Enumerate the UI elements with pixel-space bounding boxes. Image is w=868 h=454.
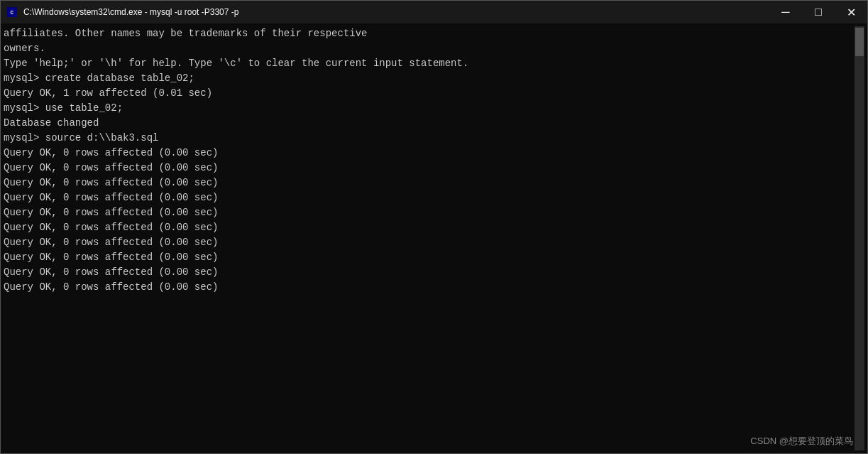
close-button[interactable]: ✕ xyxy=(835,1,867,23)
terminal-content: affiliates. Other names may be trademark… xyxy=(4,26,855,450)
cmd-window: C C:\Windows\system32\cmd.exe - mysql -u… xyxy=(0,0,868,454)
terminal-line: Query OK, 0 rows affected (0.00 sec) xyxy=(4,280,855,295)
scrollbar[interactable] xyxy=(855,26,864,450)
cmd-icon: C xyxy=(7,7,17,17)
terminal-line: Query OK, 0 rows affected (0.00 sec) xyxy=(4,205,855,220)
terminal-line: Query OK, 1 row affected (0.01 sec) xyxy=(4,86,855,101)
title-bar-icon: C xyxy=(6,6,18,18)
title-bar-controls: ─ □ ✕ xyxy=(769,1,867,23)
maximize-button[interactable]: □ xyxy=(802,1,835,23)
terminal-line: Query OK, 0 rows affected (0.00 sec) xyxy=(4,250,855,265)
watermark: CSDN @想要登顶的菜鸟 xyxy=(750,435,853,448)
terminal-line: Database changed xyxy=(4,116,855,131)
terminal-line: Query OK, 0 rows affected (0.00 sec) xyxy=(4,235,855,250)
terminal-line: Query OK, 0 rows affected (0.00 sec) xyxy=(4,220,855,235)
terminal-line: owners. xyxy=(4,41,855,56)
terminal-line: Query OK, 0 rows affected (0.00 sec) xyxy=(4,146,855,161)
terminal-line: mysql> source d:\\bak3.sql xyxy=(4,131,855,146)
terminal-body: affiliates. Other names may be trademark… xyxy=(1,23,867,453)
terminal-line: Query OK, 0 rows affected (0.00 sec) xyxy=(4,265,855,280)
terminal-line: mysql> use table_02; xyxy=(4,101,855,116)
terminal-line: Query OK, 0 rows affected (0.00 sec) xyxy=(4,190,855,205)
terminal-line: mysql> create database table_02; xyxy=(4,71,855,86)
title-bar-left: C C:\Windows\system32\cmd.exe - mysql -u… xyxy=(6,6,238,18)
terminal-line: Query OK, 0 rows affected (0.00 sec) xyxy=(4,175,855,190)
minimize-button[interactable]: ─ xyxy=(769,1,802,23)
cmd-icon-letter: C xyxy=(11,9,14,16)
terminal-line: Query OK, 0 rows affected (0.00 sec) xyxy=(4,161,855,175)
terminal-line: Type 'help;' or '\h' for help. Type '\c'… xyxy=(4,56,855,71)
window-title: C:\Windows\system32\cmd.exe - mysql -u r… xyxy=(23,7,238,17)
title-bar: C C:\Windows\system32\cmd.exe - mysql -u… xyxy=(1,1,867,23)
scrollbar-thumb[interactable] xyxy=(855,28,864,56)
terminal-line: affiliates. Other names may be trademark… xyxy=(4,26,855,41)
